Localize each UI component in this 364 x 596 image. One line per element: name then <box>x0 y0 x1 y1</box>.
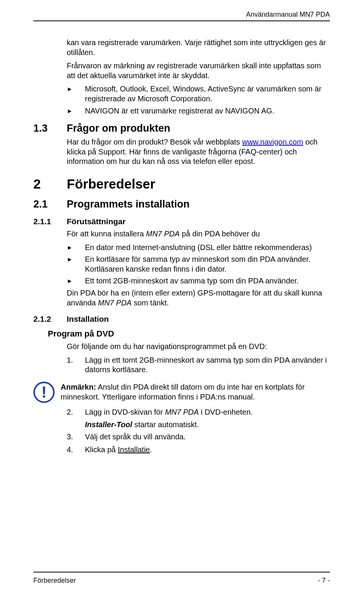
heading-2-1-1-row: 2.1.1 Förutsättningar <box>33 217 330 226</box>
heading-2-1-number: 2.1 <box>33 198 67 210</box>
note-label: Anmärkn: <box>61 383 96 391</box>
s212-step-4-after: . <box>150 445 152 454</box>
intro-paragraph-1: kan vara registrerade varumärken. Varje … <box>33 38 330 57</box>
s211-tail-after: som tänkt. <box>132 299 169 307</box>
s212-step-1-text: Lägg in ett tomt 2GB-minneskort av samma… <box>85 356 327 374</box>
heading-2-1-2-title: Installation <box>67 315 109 324</box>
note-row: ! Anmärkn: Anslut din PDA direkt till da… <box>33 382 330 403</box>
s212-step-2-em: MN7 PDA <box>165 408 199 416</box>
s212-step-2-number: 2. <box>67 407 73 417</box>
s212-steps-3-4: 3. Välj det språk du vill använda. 4. Kl… <box>33 432 330 454</box>
heading-2-1-2-row: 2.1.2 Installation <box>33 315 330 324</box>
footer-rule <box>33 572 330 572</box>
s212-step-3-number: 3. <box>67 432 73 442</box>
header-subtitle: Användarmanual MN7 PDA <box>246 11 330 19</box>
intro-bullet-1: Microsoft, Outlook, Excel, Windows, Acti… <box>67 84 330 104</box>
heading-1-3-title: Frågor om produkten <box>67 123 170 134</box>
s212-step-4-number: 4. <box>67 445 73 455</box>
s211-tail: Din PDA bör ha en (intern eller extern) … <box>33 288 330 308</box>
s212-step-4-before: Klicka på <box>85 445 118 454</box>
heading-2-1-1-title: Förutsättningar <box>67 217 126 226</box>
s211-lead-after: på din PDA behöver du <box>180 230 260 238</box>
heading-2-title: Förberedelser <box>67 176 155 192</box>
s212-step-1: 1. Lägg in ett tomt 2GB-minneskort av sa… <box>67 355 330 375</box>
s212-step-1-number: 1. <box>67 355 73 365</box>
s212-step-4: 4. Klicka på Installatie. <box>67 445 330 455</box>
s211-bullet-2: En kortläsare för samma typ av minneskor… <box>67 255 330 274</box>
s212-step-2: 2. Lägg in DVD-skivan för MN7 PDA i DVD-… <box>67 407 330 417</box>
s212-step-4-underline: Installatie <box>118 445 150 454</box>
heading-2-1-1-number: 2.1.1 <box>33 217 67 226</box>
s212-lead: Gör följande om du har navigationsprogra… <box>33 342 330 352</box>
heading-1-3-row: 1.3 Frågor om produkten <box>33 123 330 134</box>
s212-step-3-text: Välj det språk du vill använda. <box>85 432 186 441</box>
heading-1-3-number: 1.3 <box>33 123 67 134</box>
note-body: Anslut din PDA direkt till datorn om du … <box>61 383 305 401</box>
s212-steps-top: 1. Lägg in ett tomt 2GB-minneskort av sa… <box>33 355 330 375</box>
s211-bullet-3: Ett tomt 2GB-minneskort av samma typ som… <box>67 276 330 286</box>
s212-step-3: 3. Välj det språk du vill använda. <box>67 432 330 442</box>
heading-2-row: 2 Förberedelser <box>33 176 330 192</box>
heading-2-1-title: Programmets installation <box>67 198 190 210</box>
s212-step-2-sub-em: Installer-Tool <box>85 420 132 429</box>
note-icon-wrap: ! <box>33 382 61 403</box>
footer-right: - 7 - <box>318 577 330 585</box>
s212-step-2-sub: Installer-Tool startar automatiskt. <box>33 420 330 430</box>
heading-2-1-2-number: 2.1.2 <box>33 315 67 324</box>
s212-subheading: Program på DVD <box>48 329 330 339</box>
s211-lead-em: MN7 PDA <box>146 230 180 238</box>
s211-tail-em: MN7 PDA <box>98 299 132 307</box>
s211-bullet-1: En dator med Internet-anslutning (DSL el… <box>67 243 330 253</box>
intro-paragraph-2: Frånvaron av märkning av registrerade va… <box>33 61 330 80</box>
s212-steps-rest: 2. Lägg in DVD-skivan för MN7 PDA i DVD-… <box>33 407 330 417</box>
content-area: kan vara registrerade varumärken. Varje … <box>33 38 330 458</box>
header-rule <box>33 20 330 21</box>
s212-step-2-after: i DVD-enheten. <box>199 408 253 416</box>
document-page: Användarmanual MN7 PDA kan vara registre… <box>0 0 364 596</box>
s211-lead: För att kunna installera MN7 PDA på din … <box>33 229 330 239</box>
heading-2-number: 2 <box>33 176 67 192</box>
s212-step-2-before: Lägg in DVD-skivan för <box>85 408 165 416</box>
exclamation-glyph: ! <box>41 384 47 400</box>
navigon-link[interactable]: www.navigon.com <box>242 138 303 146</box>
s211-lead-before: För att kunna installera <box>67 230 146 238</box>
s212-step-2-sub-after: startar automatiskt. <box>132 420 199 429</box>
intro-bullet-2: NAVIGON är ett varumärke registrerat av … <box>67 106 330 116</box>
intro-bullets: Microsoft, Outlook, Excel, Windows, Acti… <box>33 84 330 116</box>
note-text: Anmärkn: Anslut din PDA direkt till dato… <box>61 382 330 402</box>
s13-paragraph: Har du frågor om din produkt? Besök vår … <box>33 137 330 167</box>
exclamation-icon: ! <box>33 382 55 403</box>
s13-text-before-link: Har du frågor om din produkt? Besök vår … <box>67 138 242 146</box>
heading-2-1-row: 2.1 Programmets installation <box>33 198 330 210</box>
footer-left: Förberedelser <box>33 577 76 585</box>
s211-bullets: En dator med Internet-anslutning (DSL el… <box>33 243 330 286</box>
